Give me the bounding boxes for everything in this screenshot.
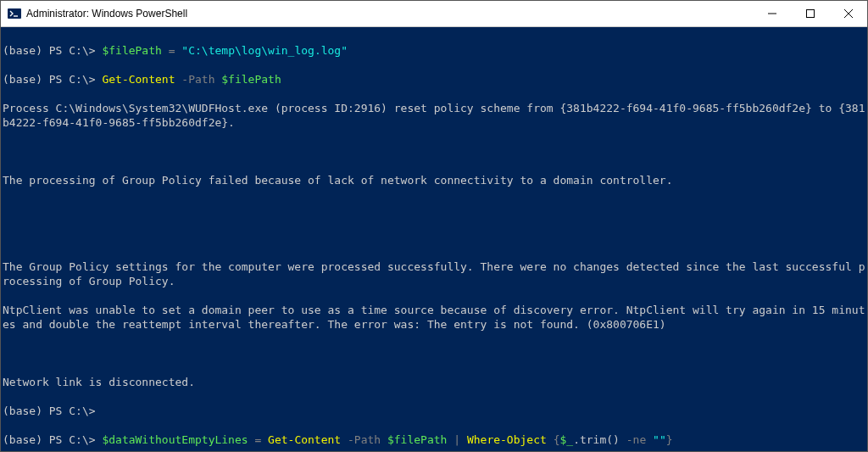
prompt-text: (base) PS C:\> (3, 433, 96, 446)
operator: -ne (620, 433, 653, 446)
output-blank (3, 231, 865, 245)
cmd-line: (base) PS C:\> Get-Content -Path $filePa… (3, 72, 865, 86)
variable: $filePath (221, 73, 281, 86)
output-line: The Group Policy settings for the comput… (3, 259, 865, 288)
output-blank (3, 144, 865, 159)
variable: $filePath (387, 433, 447, 446)
output-line: The processing of Group Policy failed be… (3, 173, 865, 187)
brace: } (666, 433, 673, 446)
cmdlet: Get-Content (102, 73, 175, 86)
flag: -Path (175, 73, 222, 86)
method-call: .trim() (573, 433, 620, 446)
console-area[interactable]: (base) PS C:\> $filePath = "C:\temp\log\… (1, 27, 867, 451)
window-title: Administrator: Windows PowerShell (26, 8, 753, 20)
brace: { (547, 433, 560, 446)
variable: $dataWithoutEmptyLines (102, 433, 248, 446)
string-literal: "" (653, 433, 666, 446)
variable: $_ (559, 433, 573, 446)
cmdlet: Where-Object (467, 433, 547, 446)
cmd-line: (base) PS C:\> $filePath = "C:\temp\log\… (3, 43, 865, 58)
cmd-line: (base) PS C:\> $dataWithoutEmptyLines = … (3, 432, 865, 447)
output-line: Process C:\Windows\System32\WUDFHost.exe… (3, 101, 865, 130)
output-blank (3, 202, 865, 216)
maximize-button[interactable] (791, 1, 829, 26)
equals-op: = (248, 433, 268, 446)
pipe: | (447, 433, 466, 446)
svg-rect-3 (806, 10, 814, 18)
prompt-line: (base) PS C:\> (3, 404, 865, 418)
flag: -Path (341, 433, 387, 446)
powershell-window: Administrator: Windows PowerShell (base)… (0, 0, 868, 452)
prompt-text: (base) PS C:\> (3, 44, 96, 57)
output-line: NtpClient was unable to set a domain pee… (3, 303, 865, 332)
close-button[interactable] (829, 1, 867, 26)
output-blank (3, 346, 865, 360)
output-line: Network link is disconnected. (3, 375, 865, 389)
cmdlet: Get-Content (268, 433, 341, 446)
svg-rect-0 (8, 8, 21, 19)
powershell-icon (8, 7, 21, 20)
minimize-button[interactable] (753, 1, 791, 26)
string-literal: "C:\temp\log\win_log.log" (181, 44, 348, 57)
equals-op: = (162, 44, 181, 57)
variable: $filePath (102, 44, 161, 57)
titlebar[interactable]: Administrator: Windows PowerShell (1, 1, 867, 27)
prompt-text: (base) PS C:\> (3, 73, 96, 86)
